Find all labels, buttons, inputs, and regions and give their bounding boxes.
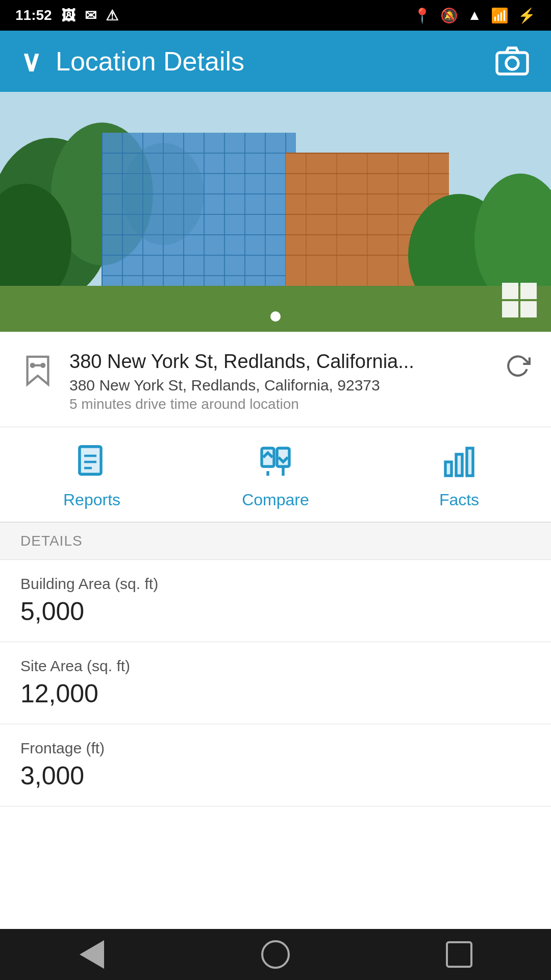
svg-point-41 bbox=[40, 363, 45, 368]
building-area-label: Building Area (sq. ft) bbox=[20, 575, 531, 593]
status-bar-right: 📍 🔕 ▲ 📶 ⚡ bbox=[413, 7, 536, 24]
home-icon bbox=[261, 940, 290, 969]
camera-button[interactable] bbox=[494, 42, 531, 81]
frontage-label: Frontage (ft) bbox=[20, 740, 531, 757]
facts-label: Facts bbox=[439, 491, 479, 509]
details-section-header: DETAILS bbox=[0, 523, 551, 560]
back-icon bbox=[80, 940, 104, 969]
email-icon: ✉ bbox=[85, 7, 96, 24]
compare-icon bbox=[257, 444, 294, 482]
location-photo bbox=[0, 92, 551, 332]
photo-dot-indicator bbox=[270, 311, 281, 322]
svg-rect-46 bbox=[80, 447, 101, 474]
page-title: Location Details bbox=[56, 46, 244, 77]
site-area-label: Site Area (sq. ft) bbox=[20, 657, 531, 675]
battery-icon: ⚡ bbox=[518, 7, 536, 24]
reports-icon bbox=[73, 444, 110, 482]
compare-button[interactable]: Compare bbox=[184, 427, 367, 522]
location-drive-time: 5 minutes drive time around location bbox=[69, 396, 491, 412]
photo-grid-button[interactable] bbox=[502, 283, 537, 317]
svg-point-39 bbox=[122, 143, 204, 245]
facts-icon bbox=[441, 444, 478, 482]
image-icon: 🖼 bbox=[61, 7, 76, 24]
recents-button[interactable] bbox=[439, 934, 480, 975]
wifi-icon: ▲ bbox=[467, 7, 482, 23]
site-area-item: Site Area (sq. ft) 12,000 bbox=[0, 642, 551, 724]
svg-rect-38 bbox=[0, 286, 551, 332]
warning-icon: ⚠ bbox=[106, 7, 118, 24]
location-info: 380 New York St, Redlands, California...… bbox=[0, 332, 551, 427]
compare-label: Compare bbox=[242, 491, 309, 509]
svg-point-40 bbox=[30, 363, 35, 368]
action-buttons: Reports Compare Facts bbox=[0, 427, 551, 523]
back-button[interactable] bbox=[71, 934, 112, 975]
building-area-value: 5,000 bbox=[20, 597, 531, 626]
home-button[interactable] bbox=[255, 934, 296, 975]
svg-rect-55 bbox=[456, 454, 462, 476]
facts-button[interactable]: Facts bbox=[367, 427, 551, 522]
refresh-button[interactable] bbox=[505, 350, 531, 381]
frontage-item: Frontage (ft) 3,000 bbox=[0, 724, 551, 806]
reports-label: Reports bbox=[63, 491, 120, 509]
location-full-address: 380 New York St, Redlands, California, 9… bbox=[69, 377, 491, 394]
svg-point-1 bbox=[506, 57, 518, 69]
status-time: 11:52 bbox=[15, 7, 52, 23]
frontage-value: 3,000 bbox=[20, 761, 531, 791]
bookmark-icon bbox=[20, 353, 55, 390]
reports-button[interactable]: Reports bbox=[0, 427, 184, 522]
building-area-item: Building Area (sq. ft) 5,000 bbox=[0, 560, 551, 642]
bottom-nav bbox=[0, 929, 551, 980]
status-bar-left: 11:52 🖼 ✉ ⚠ bbox=[15, 7, 118, 24]
back-chevron[interactable]: ∨ bbox=[20, 45, 41, 78]
status-bar: 11:52 🖼 ✉ ⚠ 📍 🔕 ▲ 📶 ⚡ bbox=[0, 0, 551, 31]
building-illustration bbox=[0, 92, 551, 332]
mute-icon: 🔕 bbox=[440, 7, 458, 24]
signal-icon: 📶 bbox=[491, 7, 509, 24]
svg-rect-54 bbox=[445, 462, 452, 476]
location-title: 380 New York St, Redlands, California... bbox=[69, 350, 491, 374]
header-left: ∨ Location Details bbox=[20, 45, 244, 78]
site-area-value: 12,000 bbox=[20, 679, 531, 708]
location-icon-status: 📍 bbox=[413, 7, 431, 24]
recents-icon bbox=[446, 941, 472, 968]
header: ∨ Location Details bbox=[0, 31, 551, 92]
svg-rect-56 bbox=[467, 448, 473, 476]
location-text-block: 380 New York St, Redlands, California...… bbox=[69, 350, 491, 412]
